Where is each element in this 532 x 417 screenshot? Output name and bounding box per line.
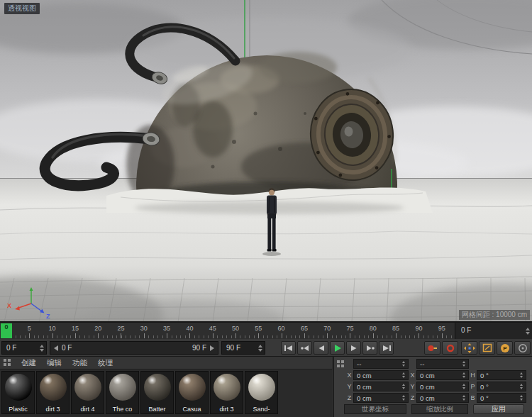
project-start-stepper[interactable] [38,345,45,352]
material-thumbnail[interactable]: Plastic [1,371,35,414]
material-sphere-preview [248,374,275,401]
autokey-button[interactable] [442,341,458,355]
panel-handle-icon[interactable] [4,359,11,367]
axis-label: Z [345,394,353,401]
record-parameter-button[interactable]: P [497,341,513,355]
timeline-tick-label: 35 [163,325,170,332]
rotation-b-field[interactable]: 0 ° [477,393,526,403]
material-sphere-preview [40,374,67,401]
go-to-end-button[interactable] [379,341,394,355]
record-keyframe-button[interactable] [424,341,440,355]
project-end-field[interactable]: 90 F [221,341,265,355]
field-stepper[interactable] [400,372,406,378]
timeline-playhead[interactable]: 0 [1,323,12,338]
material-name: dirt 3 [211,406,243,413]
play-button[interactable] [330,341,345,355]
parameter-icon: P [500,343,510,353]
menu-create[interactable]: 创建 [21,358,36,368]
size-z-field[interactable]: 0 cm [416,393,469,403]
material-sphere-preview [214,374,240,401]
field-stepper[interactable] [460,361,467,367]
position-y-field[interactable]: 0 cm [353,382,409,391]
material-thumbnail[interactable]: Batter [140,371,174,414]
current-frame-field[interactable]: 0 F [455,323,532,339]
timeline-tick-label: 80 [370,325,377,332]
range-right-arrow-icon[interactable] [210,345,214,351]
record-controls [424,341,458,355]
field-stepper[interactable] [400,361,406,367]
menu-texture[interactable]: 纹理 [98,358,113,368]
timeline-tick-label: 65 [301,325,308,332]
keyframe-toggle-controls: P [461,341,531,355]
field-stepper[interactable] [460,372,467,378]
timeline-tick-label: 20 [94,325,101,332]
material-thumbnail[interactable]: dirt 4 [71,371,104,414]
current-frame-value: 0 F [461,326,471,334]
menu-function[interactable]: 功能 [72,358,87,368]
axis-label: X [409,372,416,379]
go-to-previous-key-button[interactable] [297,341,312,355]
field-stepper[interactable] [400,384,406,389]
project-end-stepper[interactable] [257,345,263,352]
previous-frame-icon [316,345,326,352]
material-thumbnail[interactable]: dirt 3 [210,371,243,414]
project-start-field[interactable]: 0 F [1,341,47,355]
go-to-start-button[interactable] [281,341,296,355]
field-stepper[interactable] [518,395,524,401]
apply-button[interactable]: 应用 [473,404,524,414]
playhead-frame-label: 0 [4,323,8,338]
material-thumbnail[interactable]: dirt 3 [36,371,70,414]
axis-label: H [469,372,477,379]
coord-panel-icon[interactable] [336,360,345,367]
timeline-tick-label: 30 [140,325,148,332]
record-scale-button[interactable] [479,341,495,355]
position-x-field[interactable]: 0 cm [353,370,409,380]
grid-spacing-label: 网格间距 : 10000 cm [459,310,530,320]
timeline-track[interactable]: 0 05101520253035404550556065707580859095 [0,323,454,339]
timeline-ruler[interactable]: 0 05101520253035404550556065707580859095… [0,322,532,339]
timeline-major-ticks [6,333,453,338]
viewport[interactable]: X Z 透视视图 网格间距 : 10000 cm [0,0,532,322]
range-start-label: 0 F [62,344,72,352]
field-stepper[interactable] [518,384,524,389]
cinema4d-window: X Z 透视视图 网格间距 : 10000 cm 0 0510152025303… [0,0,532,417]
viewport-title[interactable]: 透视视图 [4,3,40,14]
timeline-tick-label: 45 [209,325,216,332]
coordinates-header-row: -- -- [336,358,531,369]
record-position-button[interactable] [461,341,477,355]
field-stepper[interactable] [518,372,524,378]
material-menu-bar: 创建 编辑 功能 纹理 [0,357,332,369]
timeline-tick-label: 40 [186,325,193,332]
field-stepper[interactable] [460,384,467,389]
autokey-icon [445,344,455,352]
material-thumbnail[interactable]: Sand- [245,371,278,414]
axis-label: Y [345,383,353,390]
material-thumbnail[interactable]: Casua [175,371,209,414]
next-frame-button[interactable] [346,341,361,355]
position-z-field[interactable]: 0 cm [353,393,409,403]
range-left-arrow-icon[interactable] [54,345,58,351]
size-x-field[interactable]: 0 cm [416,370,469,380]
rotation-p-field[interactable]: 0 ° [477,382,526,391]
bottom-panels: 创建 编辑 功能 纹理 Plasticdirt 3dirt 4The coBat… [0,357,532,417]
field-stepper[interactable] [400,395,406,401]
menu-edit[interactable]: 编辑 [47,358,62,368]
size-summary-field-2[interactable]: -- [416,359,469,369]
size-summary-field-1[interactable]: -- [353,359,409,369]
rotation-h-field[interactable]: 0 ° [477,370,526,380]
size-y-field[interactable]: 0 cm [416,382,469,391]
material-name: Casua [176,406,208,413]
current-frame-stepper[interactable] [524,328,531,335]
range-end-label: 90 F [192,344,206,352]
material-thumbnail[interactable]: The co [106,371,139,414]
scale-mode-dropdown[interactable]: 缩放比例 [411,404,468,414]
field-stepper[interactable] [460,395,467,401]
coordinate-system-dropdown[interactable]: 世界坐标 [344,404,406,414]
viewport-canvas[interactable]: X Z [0,0,532,322]
material-sphere-preview [74,374,101,401]
record-pla-button[interactable] [514,341,531,355]
preview-range-slider[interactable]: 0 F 90 F [50,341,218,355]
previous-frame-button[interactable] [314,341,328,355]
go-to-next-key-button[interactable] [362,341,377,355]
timeline-tick-label: 25 [117,325,124,332]
